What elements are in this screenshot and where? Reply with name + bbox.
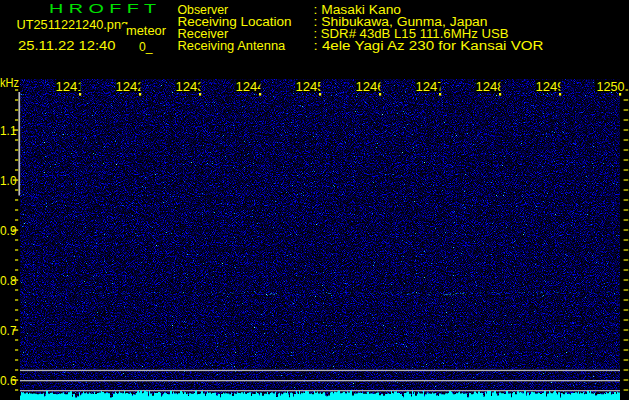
svg-text:0.9: 0.9: [0, 223, 17, 238]
svg-text:1250: 1250: [597, 79, 625, 94]
svg-text:Receiving Antenna: Receiving Antenna: [178, 39, 286, 53]
svg-text:H R O F F T: H R O F F T: [49, 1, 156, 16]
svg-text:1241: 1241: [56, 79, 85, 94]
svg-text:0.6: 0.6: [0, 373, 17, 388]
svg-text:1244: 1244: [236, 79, 265, 94]
svg-text:1242: 1242: [116, 79, 145, 94]
svg-text:25.11.22 12:40: 25.11.22 12:40: [18, 38, 116, 53]
svg-text:0.7: 0.7: [0, 323, 17, 338]
svg-text:meteor: meteor: [126, 23, 167, 38]
svg-text:UT2511221240.png: UT2511221240.png: [17, 17, 129, 32]
svg-text:1243: 1243: [176, 79, 205, 94]
svg-text:0_: 0_: [139, 39, 153, 54]
svg-text:1249: 1249: [536, 79, 565, 94]
svg-text:1246: 1246: [356, 79, 385, 94]
svg-text:1247: 1247: [416, 79, 445, 94]
svg-text:0.8: 0.8: [0, 273, 17, 288]
svg-text:kHz: kHz: [0, 76, 19, 90]
svg-text:1.1: 1.1: [0, 123, 17, 138]
svg-text:1248: 1248: [476, 79, 505, 94]
svg-text:1.0: 1.0: [0, 173, 17, 188]
svg-text:1245: 1245: [296, 79, 325, 94]
svg-text:: 4ele Yagi Az 230 for Kansai: : 4ele Yagi Az 230 for Kansai VOR: [314, 39, 544, 53]
